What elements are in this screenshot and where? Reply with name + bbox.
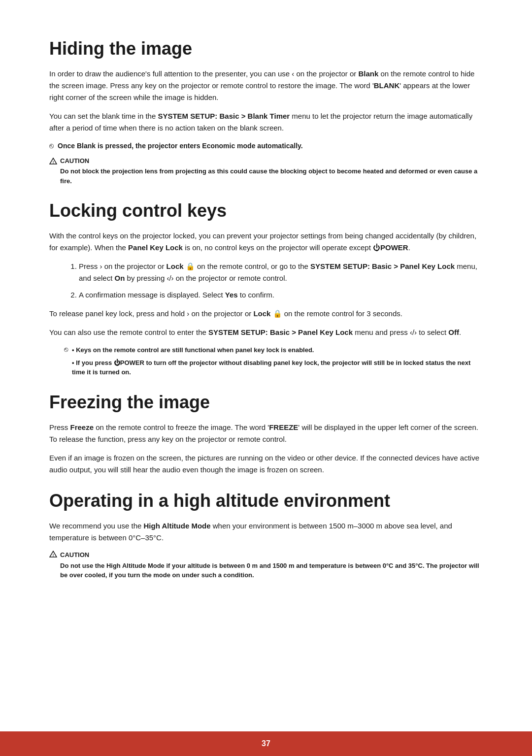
freezing-para1: Press Freeze on the remote control to fr… (49, 422, 483, 445)
note-icon: ⎋ (49, 141, 54, 150)
hiding-para2: You can set the blank time in the SYSTEM… (49, 110, 483, 134)
warning-icon: ! (49, 158, 57, 164)
locking-step2: A confirmation message is displayed. Sel… (79, 289, 483, 301)
altitude-caution: ! CAUTION Do not use the High Altitude M… (49, 551, 483, 580)
hiding-title: Hiding the image (49, 38, 483, 59)
locking-note1-row: ⎋ • Keys on the remote control are still… (64, 345, 483, 355)
locking-note1-text: • Keys on the remote control are still f… (72, 345, 314, 355)
hiding-para1: In order to draw the audience's full att… (49, 68, 483, 103)
locking-title: Locking control keys (49, 200, 483, 221)
page-number: 37 (262, 739, 270, 748)
freezing-para2: Even if an image is frozen on the screen… (49, 452, 483, 476)
locking-note2-row: ⎋ • If you press ⏻POWER to turn off the … (64, 358, 483, 377)
freezing-title: Freezing the image (49, 392, 483, 413)
note-icon-1: ⎋ (64, 345, 68, 353)
altitude-caution-title: ! CAUTION (49, 551, 483, 559)
hiding-caution: ! CAUTION Do not block the projection le… (49, 157, 483, 186)
hiding-note: ⎋ Once Blank is pressed, the projector e… (49, 141, 483, 151)
locking-note2-text: • If you press ⏻POWER to turn off the pr… (72, 358, 483, 377)
altitude-title: Operating in a high altitude environment (49, 491, 483, 511)
warning-icon-2: ! (49, 551, 57, 558)
hiding-caution-body: Do not block the projection lens from pr… (49, 166, 483, 186)
altitude-para1: We recommend you use the High Altitude M… (49, 520, 483, 544)
locking-also: You can also use the remote control to e… (49, 327, 483, 338)
locking-notes: ⎋ • Keys on the remote control are still… (49, 345, 483, 377)
svg-text:!: ! (53, 553, 54, 557)
page-footer: 37 (0, 731, 532, 756)
altitude-caution-body: Do not use the High Altitude Mode if you… (49, 561, 483, 580)
locking-step1: Press › on the projector or Lock 🔒 on th… (79, 261, 483, 284)
locking-para1: With the control keys on the projector l… (49, 230, 483, 254)
hiding-note-text: Once Blank is pressed, the projector ent… (58, 141, 303, 151)
locking-release: To release panel key lock, press and hol… (49, 308, 483, 320)
altitude-caution-label: CAUTION (60, 551, 89, 559)
locking-steps: Press › on the projector or Lock 🔒 on th… (49, 261, 483, 301)
caution-triangle-icon: ! (49, 158, 57, 164)
hiding-caution-label: CAUTION (60, 157, 89, 164)
altitude-caution-icon: ! (49, 551, 57, 559)
hiding-caution-title: ! CAUTION (49, 157, 483, 164)
svg-text:!: ! (53, 160, 54, 164)
